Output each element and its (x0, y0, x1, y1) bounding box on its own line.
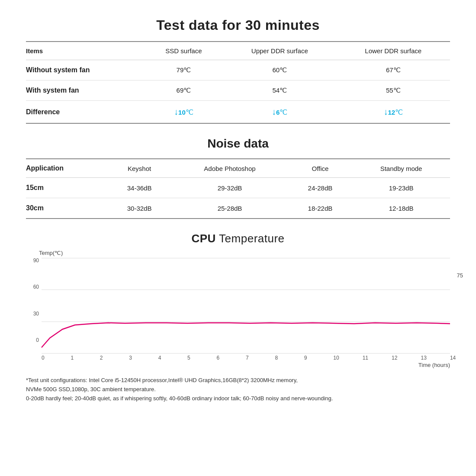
chart-y-label: Temp(℃) (39, 250, 450, 256)
test-row-with-fan: With system fan 69℃ 54℃ 55℃ (26, 80, 450, 101)
noise-col-application: Application (26, 159, 107, 178)
test-diff-lower: ↓12℃ (337, 101, 450, 124)
noise-cell-15-photoshop: 29-32dB (171, 178, 288, 198)
test-cell-with-lower: 55℃ (337, 80, 450, 101)
y-axis: 0 30 60 90 (26, 258, 42, 353)
noise-col-photoshop: Adobe Photoshop (171, 159, 288, 178)
footer-note: *Test unit configurations: Intel Core i5… (26, 376, 450, 403)
diff-unit-upper: ℃ (280, 109, 287, 116)
noise-title: Noise data (26, 137, 450, 151)
noise-col-keyshot: Keyshot (107, 159, 171, 178)
diff-arrow-ssd: ↓ (174, 107, 178, 116)
test-row-without-fan-label: Without system fan (26, 60, 145, 80)
noise-row-15cm: 15cm 34-36dB 29-32dB 24-28dB 19-23dB (26, 178, 450, 198)
noise-cell-30-office: 18-22dB (288, 198, 352, 219)
x-axis-title: Time (hours) (26, 362, 450, 368)
noise-data-table: Application Keyshot Adobe Photoshop Offi… (26, 158, 450, 219)
test-cell-without-lower: 67℃ (337, 60, 450, 80)
y-label-90: 90 (26, 258, 42, 263)
cpu-title-rest: Temperature (216, 232, 285, 245)
noise-cell-15-keyshot: 34-36dB (107, 178, 171, 198)
noise-row-30cm-label: 30cm (26, 198, 107, 219)
test-row-difference: Difference ↓10℃ ↓6℃ ↓12℃ (26, 101, 450, 124)
diff-arrow-lower: ↓ (383, 107, 388, 116)
test-cell-without-upper: 60℃ (223, 60, 336, 80)
chart-end-value: 75 (457, 272, 463, 279)
test-data-table: Items SSD surface Upper DDR surface Lowe… (26, 41, 450, 124)
test-diff-ssd: ↓10℃ (145, 101, 223, 124)
cpu-temp-line (42, 323, 450, 347)
chart-area: 0 30 60 90 75 (26, 258, 450, 353)
diff-unit-lower: ℃ (395, 109, 403, 116)
cpu-chart-container: Temp(℃) 0 30 60 90 75 0 (26, 250, 450, 368)
grid-line-0 (42, 353, 450, 354)
noise-cell-30-photoshop: 25-28dB (171, 198, 288, 219)
diff-unit-ssd: ℃ (186, 109, 193, 116)
test-col-items: Items (26, 42, 145, 60)
y-label-60: 60 (26, 284, 42, 289)
noise-col-standby: Standby mode (352, 159, 450, 178)
noise-cell-30-keyshot: 30-32dB (107, 198, 171, 219)
test-cell-with-upper: 54℃ (223, 80, 336, 101)
test-row-diff-label: Difference (26, 101, 145, 124)
test-row-without-fan: Without system fan 79℃ 60℃ 67℃ (26, 60, 450, 80)
test-diff-upper: ↓6℃ (223, 101, 336, 124)
noise-col-office: Office (288, 159, 352, 178)
test-row-with-fan-label: With system fan (26, 80, 145, 101)
noise-cell-30-standby: 12-18dB (352, 198, 450, 219)
test-col-ssd: SSD surface (145, 42, 223, 60)
test-cell-with-ssd: 69℃ (145, 80, 223, 101)
test-col-upper-ddr: Upper DDR surface (223, 42, 336, 60)
noise-row-15cm-label: 15cm (26, 178, 107, 198)
diff-arrow-upper: ↓ (272, 107, 276, 116)
chart-inner: 75 (42, 258, 450, 353)
noise-cell-15-office: 24-28dB (288, 178, 352, 198)
test-table-header-row: Items SSD surface Upper DDR surface Lowe… (26, 42, 450, 60)
cpu-chart-svg (42, 258, 450, 353)
noise-table-header-row: Application Keyshot Adobe Photoshop Offi… (26, 159, 450, 178)
cpu-title-bold: CPU (191, 232, 215, 245)
x-axis: 0 1 2 3 4 5 6 7 8 9 10 11 12 13 14 (42, 355, 450, 361)
y-label-0: 0 (26, 338, 42, 343)
noise-cell-15-standby: 19-23dB (352, 178, 450, 198)
test-col-lower-ddr: Lower DDR surface (337, 42, 450, 60)
page-title: Test data for 30 minutes (26, 17, 450, 33)
cpu-temp-title: CPU Temperature (26, 232, 450, 245)
y-label-30: 30 (26, 311, 42, 316)
diff-value-ssd: 10 (178, 109, 186, 116)
noise-row-30cm: 30cm 30-32dB 25-28dB 18-22dB 12-18dB (26, 198, 450, 219)
diff-value-lower: 12 (388, 109, 395, 116)
test-cell-without-ssd: 79℃ (145, 60, 223, 80)
